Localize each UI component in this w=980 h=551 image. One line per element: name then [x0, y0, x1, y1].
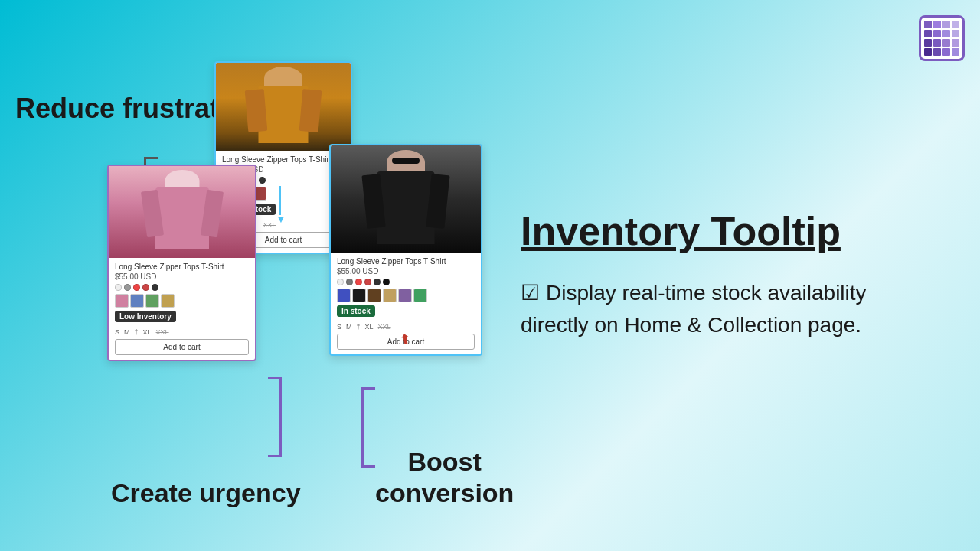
card-left-title: Long Sleeve Zipper Tops T-Shirt [115, 262, 249, 271]
card-right: Long Sleeve Zipper Tops T-Shirt $55.00 U… [329, 144, 482, 356]
card-left-add-btn[interactable]: Add to cart [115, 339, 249, 355]
card-right-image [331, 145, 481, 253]
card-right-title: Long Sleeve Zipper Tops T-Shirt [337, 257, 475, 266]
create-urgency-bracket-right [268, 377, 282, 457]
card-left-info: Long Sleeve Zipper Tops T-Shirt $55.00 U… [109, 258, 255, 360]
card-left-thumbs [115, 294, 249, 308]
card-left-price: $55.00 USD [115, 272, 249, 281]
arrow-top [279, 186, 281, 215]
card-right-colors [337, 279, 475, 285]
card-right-sizes: S M † XL XXL [337, 323, 475, 331]
right-section: Inventory Tooltip ☑Display real-time sto… [505, 179, 980, 371]
left-section: Reduce frustration Long Sleeve Zipper To… [0, 0, 505, 551]
card-right-thumbs [337, 289, 475, 302]
card-right-price: $55.00 USD [337, 267, 475, 276]
card-top-image [216, 63, 351, 151]
card-left: Long Sleeve Zipper Tops T-Shirt $55.00 U… [107, 165, 256, 361]
boost-conversion-bracket-left [361, 387, 375, 468]
card-left-sizes: S M † XL XXL [115, 328, 249, 336]
card-top-title: Long Sleeve Zipper Tops T-Shirt [222, 155, 345, 164]
feature-title: Inventory Tooltip [521, 210, 934, 253]
feature-description: ☑Display real-time stock availability di… [521, 277, 934, 341]
logo-grid [919, 15, 965, 61]
card-right-info: Long Sleeve Zipper Tops T-Shirt $55.00 U… [331, 253, 481, 354]
checkbox-icon: ☑ [521, 277, 540, 309]
card-left-colors [115, 284, 249, 291]
boost-conversion-label: Boost conversion [375, 446, 514, 509]
arrow-top-head: ▼ [276, 213, 286, 225]
card-right-badge: In stock [337, 305, 375, 317]
create-urgency-label: Create urgency [111, 478, 301, 509]
card-left-image [109, 166, 255, 258]
card-left-badge: Low Inventory [115, 311, 176, 322]
